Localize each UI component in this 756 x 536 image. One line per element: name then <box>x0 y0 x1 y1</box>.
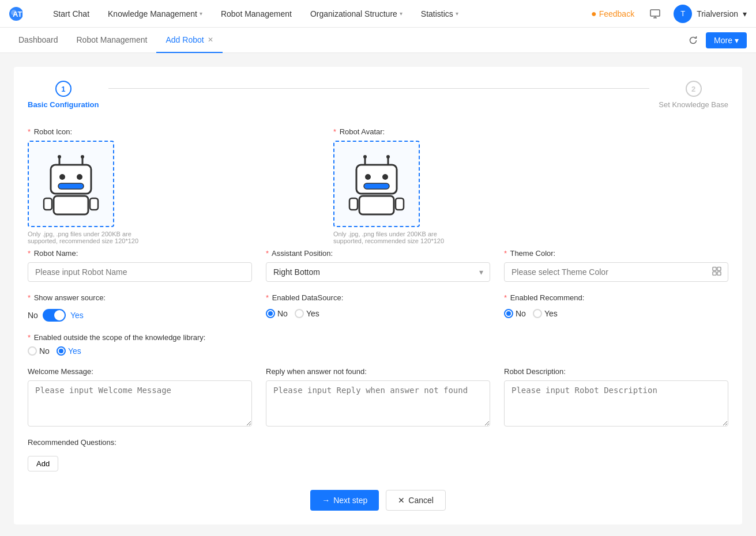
nav-robot-management[interactable]: Robot Management <box>214 0 299 28</box>
enabled-datasource-label: * Enabled DataSource: <box>266 293 490 302</box>
cancel-button[interactable]: ✕ Cancel <box>386 490 446 511</box>
step-1-label: Basic Configuration <box>28 100 99 109</box>
add-recommended-question-button[interactable]: Add <box>28 456 58 471</box>
outside-yes-radio[interactable] <box>57 346 66 356</box>
chevron-down-icon: ▾ <box>400 10 403 17</box>
arrow-right-icon: → <box>322 496 330 505</box>
theme-color-label: * Theme Color: <box>504 249 728 258</box>
color-picker-icon[interactable] <box>712 267 721 278</box>
svg-rect-24 <box>364 183 389 189</box>
datasource-no-option[interactable]: No <box>266 309 288 318</box>
tab-actions: More ▾ <box>685 32 747 48</box>
outside-scope-radio-group: No Yes <box>28 346 728 356</box>
svg-point-2 <box>11 10 17 16</box>
nav-start-chat[interactable]: Start Chat <box>46 0 96 28</box>
reply-not-found-label: Reply when answer not found: <box>266 367 490 376</box>
svg-rect-16 <box>90 198 98 210</box>
svg-rect-13 <box>58 183 84 189</box>
chevron-down-icon: ▾ <box>735 36 739 45</box>
recommend-no-option[interactable]: No <box>504 309 526 318</box>
robot-name-col: * Robot Name: <box>28 249 252 282</box>
robot-description-textarea[interactable] <box>504 380 728 426</box>
outside-yes-option[interactable]: Yes <box>57 346 81 356</box>
tab-add-robot[interactable]: Add Robot ✕ <box>156 28 222 53</box>
tab-dashboard[interactable]: Dashboard <box>9 28 67 53</box>
user-menu[interactable]: T Trialversion ▾ <box>674 5 747 23</box>
robot-description-col: Robot Description: <box>504 367 728 426</box>
form-row-2: * Show answer source: No Yes * Enabled D… <box>28 293 728 322</box>
form-row-1: * Robot Name: * Assistant Position: Righ… <box>28 249 728 282</box>
recommend-no-radio[interactable] <box>504 309 513 318</box>
svg-rect-14 <box>54 196 88 214</box>
feedback-button[interactable]: ● Feedback <box>591 9 634 19</box>
close-icon: ✕ <box>398 496 405 505</box>
monitor-icon-button[interactable] <box>646 5 664 23</box>
top-navigation: ATD Start Chat Knowledge Management ▾ Ro… <box>0 0 756 28</box>
show-answer-toggle[interactable] <box>43 309 66 322</box>
recommend-yes-option[interactable]: Yes <box>533 309 558 318</box>
robot-avatar-section: * Robot Avatar: <box>333 127 466 244</box>
svg-point-20 <box>386 155 390 158</box>
svg-rect-31 <box>717 272 721 275</box>
svg-rect-27 <box>396 198 404 210</box>
nav-statistics[interactable]: Statistics ▾ <box>414 0 465 28</box>
step-2-circle: 2 <box>686 81 702 97</box>
chevron-down-icon: ▾ <box>743 9 747 18</box>
step-1: 1 Basic Configuration <box>28 81 99 109</box>
robot-description-label: Robot Description: <box>504 367 728 376</box>
welcome-message-textarea[interactable] <box>28 380 252 426</box>
svg-point-22 <box>365 174 371 180</box>
tab-bar: Dashboard Robot Management Add Robot ✕ M… <box>0 28 756 53</box>
theme-color-col: * Theme Color: <box>504 249 728 282</box>
more-button[interactable]: More ▾ <box>706 32 747 48</box>
datasource-no-radio[interactable] <box>266 309 275 318</box>
datasource-yes-radio[interactable] <box>295 309 304 318</box>
robot-avatar-label: * Robot Avatar: <box>333 127 466 136</box>
next-step-button[interactable]: → Next step <box>310 490 379 511</box>
nav-knowledge-management[interactable]: Knowledge Management ▾ <box>101 0 209 28</box>
enabled-recommend-col: * Enabled Recommend: No Yes <box>504 293 728 322</box>
svg-point-23 <box>382 174 388 180</box>
nav-org-structure[interactable]: Organizational Structure ▾ <box>303 0 409 28</box>
svg-rect-25 <box>359 196 394 214</box>
svg-rect-30 <box>713 272 716 275</box>
show-answer-yes-label: Yes <box>70 311 84 320</box>
recommended-questions-label: Recommended Questions: <box>28 438 728 447</box>
reply-not-found-textarea[interactable] <box>266 380 490 426</box>
assistant-position-select[interactable]: Right Bottom Left Bottom Right Top Left … <box>266 262 490 282</box>
main-content: 1 Basic Configuration 2 Set Knowledge Ba… <box>0 53 756 536</box>
close-tab-icon[interactable]: ✕ <box>208 36 213 44</box>
robot-icon-label: * Robot Icon: <box>28 127 160 136</box>
question-icon: ● <box>591 9 597 19</box>
show-answer-no-label: No <box>28 311 38 320</box>
step-2: 2 Set Knowledge Base <box>659 81 728 109</box>
textarea-row: Welcome Message: Reply when answer not f… <box>28 367 728 426</box>
outside-no-radio[interactable] <box>28 346 37 356</box>
step-2-label: Set Knowledge Base <box>659 100 728 109</box>
recommend-yes-radio[interactable] <box>533 309 542 318</box>
robot-avatar-hint: Only .jpg, .png files under 200KB are su… <box>333 231 466 244</box>
robot-avatar-upload[interactable] <box>333 141 420 227</box>
upload-row: * Robot Icon: <box>28 127 728 244</box>
tab-robot-management[interactable]: Robot Management <box>67 28 157 53</box>
refresh-button[interactable] <box>685 32 701 48</box>
robot-icon-section: * Robot Icon: <box>28 127 160 244</box>
logo[interactable]: ATD <box>9 3 37 24</box>
theme-color-input[interactable] <box>504 262 728 282</box>
enabled-recommend-label: * Enabled Recommend: <box>504 293 728 302</box>
show-answer-label: * Show answer source: <box>28 293 252 302</box>
chevron-down-icon: ▾ <box>456 10 458 17</box>
welcome-message-col: Welcome Message: <box>28 367 252 426</box>
outside-no-option[interactable]: No <box>28 346 50 356</box>
svg-rect-29 <box>717 267 721 271</box>
enabled-recommend-radio-group: No Yes <box>504 309 728 318</box>
datasource-yes-option[interactable]: Yes <box>295 309 319 318</box>
outside-scope-section: * Enabled outside the scope of the knowl… <box>28 333 728 356</box>
form-card: 1 Basic Configuration 2 Set Knowledge Ba… <box>14 67 742 524</box>
reply-not-found-col: Reply when answer not found: <box>266 367 490 426</box>
robot-name-label: * Robot Name: <box>28 249 252 258</box>
outside-scope-label: * Enabled outside the scope of the knowl… <box>28 333 728 342</box>
robot-icon-upload[interactable] <box>28 141 114 227</box>
show-answer-col: * Show answer source: No Yes <box>28 293 252 322</box>
robot-name-input[interactable] <box>28 262 252 282</box>
